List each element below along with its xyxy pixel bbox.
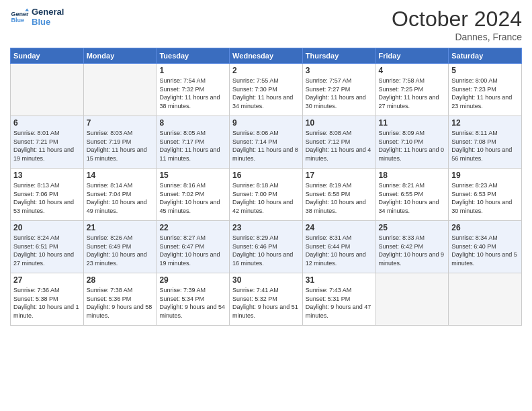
table-cell: 9Sunrise: 8:06 AM Sunset: 7:14 PM Daylig…	[230, 116, 303, 169]
svg-text:General: General	[11, 11, 29, 17]
day-number: 27	[13, 275, 81, 285]
day-number: 6	[13, 118, 81, 128]
table-cell: 18Sunrise: 8:21 AM Sunset: 6:55 PM Dayli…	[375, 169, 449, 221]
day-number: 16	[232, 171, 300, 180]
table-cell	[449, 273, 522, 326]
table-cell: 20Sunrise: 8:24 AM Sunset: 6:51 PM Dayli…	[11, 221, 84, 273]
table-row: 27Sunrise: 7:36 AM Sunset: 5:38 PM Dayli…	[11, 273, 522, 326]
table-cell: 16Sunrise: 8:18 AM Sunset: 7:00 PM Dayli…	[230, 169, 303, 221]
day-number: 11	[379, 118, 446, 128]
col-wednesday: Wednesday	[230, 48, 303, 64]
table-cell: 14Sunrise: 8:14 AM Sunset: 7:04 PM Dayli…	[83, 169, 157, 221]
table-cell: 3Sunrise: 7:57 AM Sunset: 7:27 PM Daylig…	[302, 64, 375, 116]
day-info: Sunrise: 7:57 AM Sunset: 7:27 PM Dayligh…	[306, 77, 373, 110]
table-cell: 15Sunrise: 8:16 AM Sunset: 7:02 PM Dayli…	[157, 169, 230, 221]
day-number: 5	[451, 66, 519, 75]
header-row: Sunday Monday Tuesday Wednesday Thursday…	[11, 48, 522, 64]
day-number: 1	[159, 66, 226, 75]
day-number: 20	[13, 223, 81, 232]
day-info: Sunrise: 8:08 AM Sunset: 7:12 PM Dayligh…	[306, 129, 373, 163]
day-info: Sunrise: 8:11 AM Sunset: 7:08 PM Dayligh…	[451, 129, 519, 163]
logo-blue: Blue	[32, 17, 64, 27]
day-number: 7	[87, 118, 154, 128]
col-friday: Friday	[375, 48, 449, 64]
day-info: Sunrise: 8:31 AM Sunset: 6:44 PM Dayligh…	[306, 234, 373, 267]
day-info: Sunrise: 8:18 AM Sunset: 7:00 PM Dayligh…	[232, 181, 300, 215]
day-number: 22	[159, 223, 226, 232]
table-cell: 5Sunrise: 8:00 AM Sunset: 7:23 PM Daylig…	[449, 64, 522, 116]
day-info: Sunrise: 8:33 AM Sunset: 6:42 PM Dayligh…	[379, 234, 446, 267]
col-monday: Monday	[83, 48, 157, 64]
day-number: 8	[159, 118, 226, 128]
day-info: Sunrise: 8:24 AM Sunset: 6:51 PM Dayligh…	[13, 234, 81, 267]
day-info: Sunrise: 8:26 AM Sunset: 6:49 PM Dayligh…	[87, 234, 154, 267]
table-cell: 25Sunrise: 8:33 AM Sunset: 6:42 PM Dayli…	[375, 221, 449, 273]
day-number: 24	[306, 223, 373, 232]
day-info: Sunrise: 7:43 AM Sunset: 5:31 PM Dayligh…	[306, 286, 373, 320]
day-number: 14	[87, 171, 154, 180]
day-info: Sunrise: 7:41 AM Sunset: 5:32 PM Dayligh…	[232, 286, 300, 320]
day-info: Sunrise: 8:01 AM Sunset: 7:21 PM Dayligh…	[13, 129, 81, 163]
table-cell: 13Sunrise: 8:13 AM Sunset: 7:06 PM Dayli…	[11, 169, 84, 221]
table-cell: 6Sunrise: 8:01 AM Sunset: 7:21 PM Daylig…	[11, 116, 84, 169]
day-info: Sunrise: 8:34 AM Sunset: 6:40 PM Dayligh…	[451, 234, 519, 267]
table-cell	[11, 64, 84, 116]
day-info: Sunrise: 7:36 AM Sunset: 5:38 PM Dayligh…	[13, 286, 81, 320]
table-cell: 24Sunrise: 8:31 AM Sunset: 6:44 PM Dayli…	[302, 221, 375, 273]
day-number: 2	[232, 66, 300, 75]
table-cell: 27Sunrise: 7:36 AM Sunset: 5:38 PM Dayli…	[11, 273, 84, 326]
table-cell: 28Sunrise: 7:38 AM Sunset: 5:36 PM Dayli…	[83, 273, 157, 326]
day-info: Sunrise: 8:14 AM Sunset: 7:04 PM Dayligh…	[87, 181, 154, 215]
svg-text:Blue: Blue	[11, 17, 24, 24]
col-thursday: Thursday	[302, 48, 375, 64]
table-cell: 8Sunrise: 8:05 AM Sunset: 7:17 PM Daylig…	[157, 116, 230, 169]
table-cell: 21Sunrise: 8:26 AM Sunset: 6:49 PM Dayli…	[83, 221, 157, 273]
table-cell: 26Sunrise: 8:34 AM Sunset: 6:40 PM Dayli…	[449, 221, 522, 273]
table-row: 20Sunrise: 8:24 AM Sunset: 6:51 PM Dayli…	[11, 221, 522, 273]
table-cell: 12Sunrise: 8:11 AM Sunset: 7:08 PM Dayli…	[449, 116, 522, 169]
table-cell: 23Sunrise: 8:29 AM Sunset: 6:46 PM Dayli…	[230, 221, 303, 273]
day-number: 19	[451, 171, 519, 180]
day-number: 25	[379, 223, 446, 232]
day-info: Sunrise: 8:19 AM Sunset: 6:58 PM Dayligh…	[306, 181, 373, 215]
day-number: 15	[159, 171, 226, 180]
col-sunday: Sunday	[11, 48, 84, 64]
table-cell: 19Sunrise: 8:23 AM Sunset: 6:53 PM Dayli…	[449, 169, 522, 221]
table-cell: 17Sunrise: 8:19 AM Sunset: 6:58 PM Dayli…	[302, 169, 375, 221]
day-number: 3	[306, 66, 373, 75]
day-number: 12	[451, 118, 519, 128]
day-info: Sunrise: 8:00 AM Sunset: 7:23 PM Dayligh…	[451, 77, 519, 110]
table-cell: 2Sunrise: 7:55 AM Sunset: 7:30 PM Daylig…	[230, 64, 303, 116]
day-number: 10	[306, 118, 373, 128]
day-number: 30	[232, 275, 300, 285]
day-number: 17	[306, 171, 373, 180]
col-saturday: Saturday	[449, 48, 522, 64]
day-info: Sunrise: 7:54 AM Sunset: 7:32 PM Dayligh…	[159, 77, 226, 110]
calendar-table: Sunday Monday Tuesday Wednesday Thursday…	[10, 48, 522, 326]
day-number: 28	[87, 275, 154, 285]
day-info: Sunrise: 8:29 AM Sunset: 6:46 PM Dayligh…	[232, 234, 300, 267]
location: Dannes, France	[392, 32, 522, 42]
day-info: Sunrise: 8:27 AM Sunset: 6:47 PM Dayligh…	[159, 234, 226, 267]
day-info: Sunrise: 8:03 AM Sunset: 7:19 PM Dayligh…	[87, 129, 154, 163]
table-cell: 4Sunrise: 7:58 AM Sunset: 7:25 PM Daylig…	[375, 64, 449, 116]
day-number: 4	[379, 66, 446, 75]
table-cell: 30Sunrise: 7:41 AM Sunset: 5:32 PM Dayli…	[230, 273, 303, 326]
calendar-page: General Blue General Blue October 2024 D…	[0, 0, 532, 411]
day-info: Sunrise: 7:38 AM Sunset: 5:36 PM Dayligh…	[87, 286, 154, 320]
table-cell: 10Sunrise: 8:08 AM Sunset: 7:12 PM Dayli…	[302, 116, 375, 169]
table-row: 1Sunrise: 7:54 AM Sunset: 7:32 PM Daylig…	[11, 64, 522, 116]
logo: General Blue General Blue	[10, 7, 64, 27]
day-info: Sunrise: 8:09 AM Sunset: 7:10 PM Dayligh…	[379, 129, 446, 163]
day-number: 9	[232, 118, 300, 128]
day-number: 23	[232, 223, 300, 232]
day-number: 18	[379, 171, 446, 180]
day-info: Sunrise: 7:58 AM Sunset: 7:25 PM Dayligh…	[379, 77, 446, 110]
month-title: October 2024	[392, 7, 522, 32]
day-number: 26	[451, 223, 519, 232]
table-cell: 7Sunrise: 8:03 AM Sunset: 7:19 PM Daylig…	[83, 116, 157, 169]
day-info: Sunrise: 8:16 AM Sunset: 7:02 PM Dayligh…	[159, 181, 226, 215]
table-cell	[83, 64, 157, 116]
table-cell	[375, 273, 449, 326]
day-info: Sunrise: 8:05 AM Sunset: 7:17 PM Dayligh…	[159, 129, 226, 163]
